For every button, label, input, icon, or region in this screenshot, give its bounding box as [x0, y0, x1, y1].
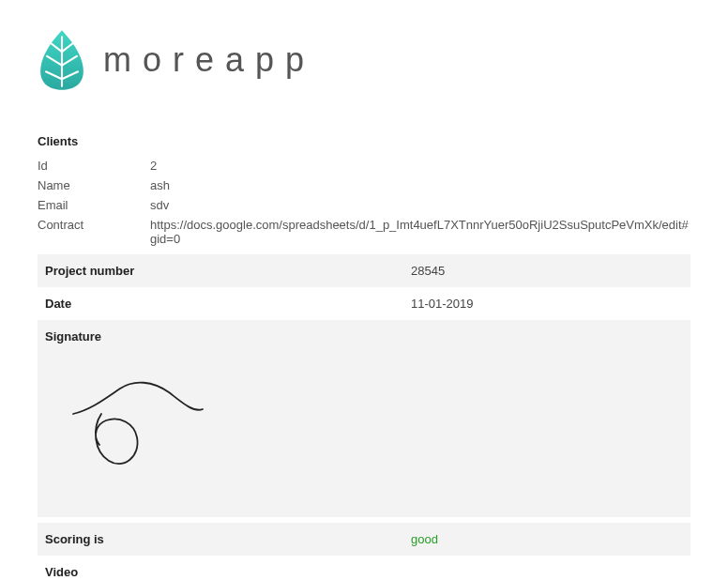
- label-date: Date: [45, 297, 411, 311]
- value-scoring: good: [411, 532, 683, 546]
- label-signature: Signature: [45, 329, 683, 343]
- row-email: Email sdv: [38, 195, 690, 215]
- row-video: Video Video: [38, 556, 690, 580]
- row-project-number: Project number 28545: [38, 254, 690, 287]
- label-project-number: Project number: [45, 264, 411, 278]
- label-id: Id: [38, 159, 150, 173]
- value-contract: https://docs.google.com/spreadsheets/d/1…: [150, 218, 690, 246]
- leaf-icon: [38, 28, 86, 92]
- signature-canvas: [45, 353, 683, 517]
- row-contract: Contract https://docs.google.com/spreads…: [38, 215, 690, 249]
- value-id: 2: [150, 159, 690, 173]
- row-id: Id 2: [38, 156, 690, 176]
- row-date: Date 11-01-2019: [38, 287, 690, 320]
- page-container: moreapp Clients Id 2 Name ash Email sdv …: [0, 0, 728, 580]
- value-name: ash: [150, 178, 690, 192]
- clients-section: Clients Id 2 Name ash Email sdv Contract…: [38, 134, 690, 249]
- value-project-number: 28545: [411, 264, 683, 278]
- row-name: Name ash: [38, 176, 690, 195]
- value-email: sdv: [150, 198, 690, 212]
- label-scoring: Scoring is: [45, 532, 411, 546]
- label-contract: Contract: [38, 218, 150, 246]
- signature-drawing: [64, 372, 214, 484]
- value-date: 11-01-2019: [411, 297, 683, 311]
- label-email: Email: [38, 198, 150, 212]
- clients-title: Clients: [38, 134, 690, 148]
- brand-name: moreapp: [103, 40, 315, 80]
- label-video: Video: [45, 565, 683, 579]
- brand-logo: moreapp: [38, 28, 690, 92]
- row-scoring: Scoring is good: [38, 523, 690, 556]
- label-name: Name: [38, 178, 150, 192]
- row-signature: Signature: [38, 320, 690, 517]
